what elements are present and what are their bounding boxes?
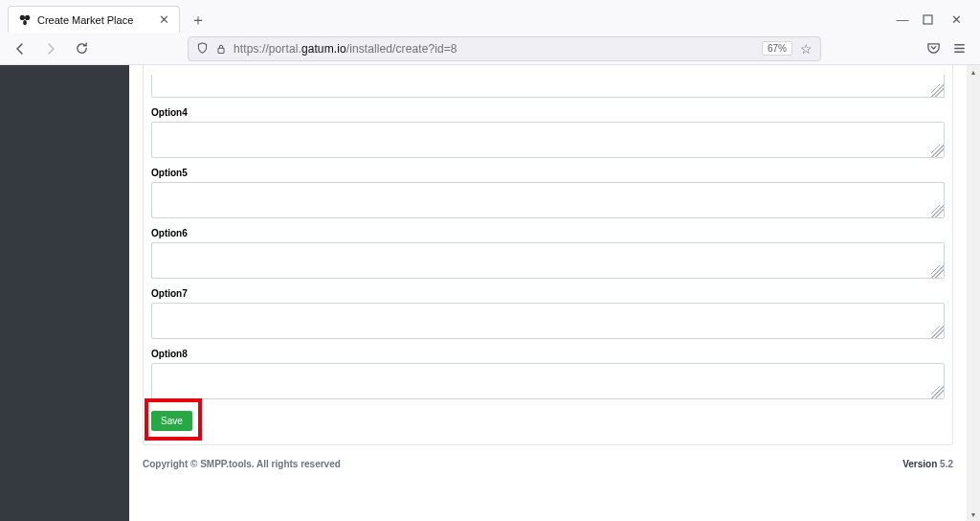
- save-button[interactable]: Save: [151, 411, 192, 431]
- svg-rect-3: [924, 15, 932, 24]
- footer-version: Version 5.2: [902, 459, 953, 469]
- app-sidebar[interactable]: [0, 65, 129, 521]
- app-content: Option4Option5Option6Option7Option8 Save…: [129, 65, 980, 521]
- scroll-up-icon[interactable]: ▴: [967, 65, 980, 79]
- form-group: Option5: [144, 164, 952, 224]
- viewport: Option4Option5Option6Option7Option8 Save…: [0, 65, 980, 521]
- new-tab-button[interactable]: ＋: [186, 8, 211, 33]
- reload-button[interactable]: [71, 38, 92, 59]
- window-controls: ― ✕: [896, 6, 972, 33]
- shield-icon: [196, 42, 209, 55]
- form-group: Option8: [144, 345, 952, 405]
- option-prev-input[interactable]: [151, 75, 945, 98]
- pocket-icon[interactable]: [926, 41, 941, 56]
- forward-button: [40, 38, 61, 59]
- lock-icon: [215, 43, 227, 55]
- form-group-partial: [144, 71, 952, 103]
- back-button[interactable]: [10, 38, 31, 59]
- svg-point-0: [20, 14, 25, 19]
- form-group: Option7: [144, 284, 952, 345]
- tab-title: Create Market Place: [37, 14, 133, 26]
- field-label: Option8: [151, 349, 945, 359]
- browser-toolbar: https://portal.gatum.io/installed/create…: [0, 33, 980, 65]
- svg-rect-2: [23, 20, 27, 25]
- field-label: Option5: [151, 168, 945, 178]
- url-text: https://portal.gatum.io/installed/create…: [234, 42, 457, 56]
- tab-strip: Create Market Place ✕ ＋ ― ✕: [0, 0, 980, 33]
- form-group: Option4: [144, 103, 952, 164]
- option-input[interactable]: [151, 363, 945, 399]
- field-label: Option7: [151, 288, 945, 299]
- url-bar[interactable]: https://portal.gatum.io/installed/create…: [188, 36, 821, 61]
- form-group: Option6: [144, 224, 952, 284]
- site-favicon: [18, 13, 32, 27]
- app-menu-icon[interactable]: [952, 41, 967, 56]
- vertical-scrollbar[interactable]: ▴ ▾: [967, 65, 980, 521]
- option-input[interactable]: [151, 182, 945, 218]
- minimize-button[interactable]: ―: [896, 12, 909, 27]
- scroll-down-icon[interactable]: ▾: [967, 508, 980, 521]
- footer-copyright: Copyright © SMPP.tools. All rights reser…: [143, 459, 341, 469]
- option-input[interactable]: [151, 122, 945, 158]
- field-label: Option4: [151, 107, 945, 118]
- field-label: Option6: [151, 228, 945, 238]
- zoom-badge[interactable]: 67%: [762, 41, 792, 56]
- app-footer: Copyright © SMPP.tools. All rights reser…: [129, 449, 967, 477]
- close-window-button[interactable]: ✕: [949, 12, 963, 27]
- option-input[interactable]: [151, 303, 945, 339]
- close-tab-icon[interactable]: ✕: [159, 12, 169, 27]
- maximize-button[interactable]: [923, 14, 936, 25]
- browser-tab[interactable]: Create Market Place ✕: [8, 6, 180, 33]
- svg-point-1: [25, 14, 30, 19]
- option-input[interactable]: [151, 242, 945, 279]
- bookmark-star-icon[interactable]: ☆: [800, 41, 813, 57]
- svg-rect-4: [218, 48, 224, 53]
